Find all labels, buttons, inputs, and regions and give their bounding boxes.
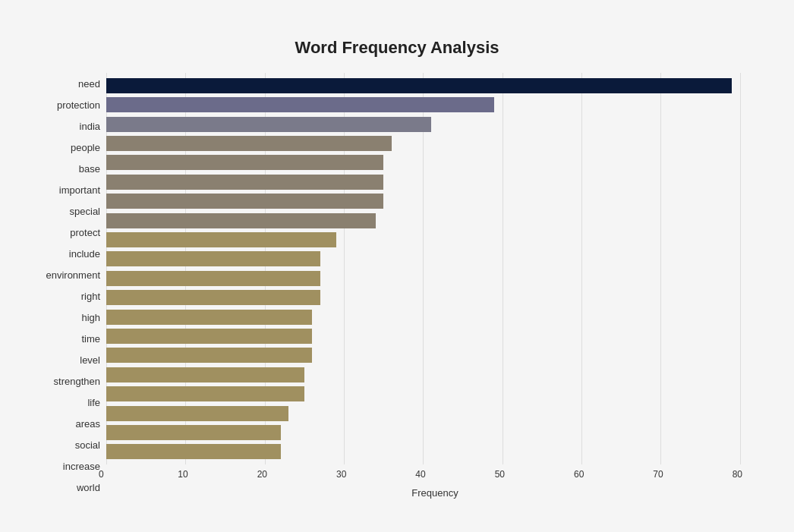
bar-row-special [106, 191, 764, 210]
bar-level [106, 329, 312, 344]
bars-container [106, 73, 764, 464]
bar-row-protect [106, 211, 764, 230]
bar-row-important [106, 172, 764, 191]
bar-row-protection [106, 95, 764, 114]
x-axis: 01020304050607080 [106, 469, 764, 484]
y-label-important: important [59, 185, 100, 195]
bar-row-high [106, 288, 764, 307]
x-tick-10: 10 [178, 469, 187, 480]
y-label-strengthen: strengthen [54, 376, 100, 386]
y-label-include: include [69, 249, 100, 259]
bar-row-level [106, 326, 764, 345]
x-tick-20: 20 [257, 469, 267, 480]
y-label-life: life [87, 398, 100, 408]
y-label-social: social [75, 440, 100, 450]
x-tick-0: 0 [99, 469, 104, 480]
bar-row-social [106, 404, 764, 423]
bar-world [106, 444, 281, 459]
y-label-india: india [80, 121, 100, 131]
bar-important [106, 175, 383, 190]
x-tick-40: 40 [415, 469, 425, 480]
chart-title: Word Frequency Analysis [30, 30, 764, 58]
y-label-right: right [81, 291, 100, 301]
y-label-protection: protection [57, 100, 100, 110]
y-label-areas: areas [75, 419, 100, 429]
bar-social [106, 406, 288, 421]
bar-row-increase [106, 423, 764, 442]
bar-row-life [106, 365, 764, 384]
x-tick-70: 70 [653, 469, 663, 480]
bar-row-time [106, 307, 764, 326]
chart-area: needprotectionindiapeoplebaseimportantsp… [30, 73, 764, 499]
bar-special [106, 194, 383, 209]
bar-row-world [106, 442, 764, 461]
bar-row-environment [106, 250, 764, 269]
bar-strengthen [106, 348, 312, 363]
bar-include [106, 232, 336, 247]
bar-row-people [106, 134, 764, 153]
bar-life [106, 367, 304, 382]
bar-right [106, 271, 320, 286]
bar-need [106, 78, 732, 93]
plot-area: 01020304050607080 Frequency [106, 73, 764, 499]
grid-and-bars [106, 73, 764, 464]
x-axis-label: Frequency [106, 487, 764, 499]
bar-row-right [106, 269, 764, 288]
y-label-special: special [70, 206, 100, 216]
x-tick-80: 80 [733, 469, 742, 480]
bar-increase [106, 425, 281, 440]
y-label-level: level [80, 355, 100, 365]
y-label-high: high [81, 313, 100, 323]
bar-india [106, 117, 431, 132]
y-label-need: need [78, 79, 100, 89]
bar-row-strengthen [106, 346, 764, 365]
bar-protect [106, 213, 376, 228]
y-label-people: people [71, 143, 100, 153]
chart-container: Word Frequency Analysis needprotectionin… [15, 15, 779, 532]
x-tick-60: 60 [574, 469, 584, 480]
y-axis-labels: needprotectionindiapeoplebaseimportantsp… [30, 73, 106, 499]
bar-people [106, 136, 392, 151]
bar-high [106, 290, 320, 305]
bar-row-need [106, 76, 764, 95]
bar-row-areas [106, 385, 764, 404]
bar-row-base [106, 153, 764, 172]
y-label-increase: increase [63, 461, 100, 471]
y-label-protect: protect [70, 228, 100, 238]
bar-base [106, 155, 383, 170]
bar-protection [106, 97, 494, 112]
bar-environment [106, 251, 320, 266]
bar-areas [106, 386, 304, 401]
y-label-environment: environment [46, 270, 100, 280]
y-label-time: time [81, 334, 100, 344]
bar-time [106, 310, 312, 325]
x-tick-30: 30 [336, 469, 346, 480]
bar-row-india [106, 115, 764, 134]
y-label-world: world [77, 483, 100, 493]
bar-row-include [106, 230, 764, 249]
y-label-base: base [79, 164, 100, 174]
x-tick-50: 50 [495, 469, 505, 480]
